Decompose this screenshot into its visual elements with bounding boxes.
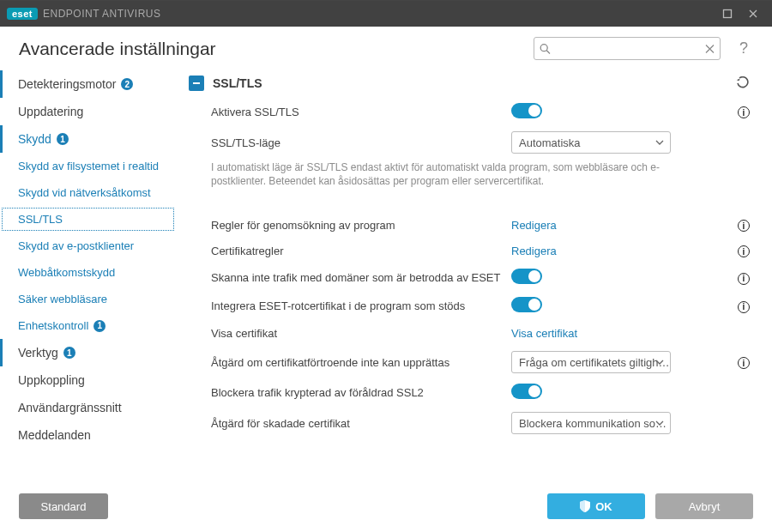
chevron-down-icon — [655, 420, 664, 426]
link-edit-app-rules[interactable]: Redigera — [511, 219, 557, 232]
page-title: Avancerade inställningar — [19, 39, 216, 59]
cancel-button[interactable]: Avbryt — [655, 493, 753, 519]
info-icon[interactable]: i — [738, 220, 750, 232]
ok-button[interactable]: OK — [547, 493, 645, 519]
toggle-integrate-cert[interactable] — [511, 297, 542, 312]
footer: Standard OK Avbryt — [0, 481, 772, 532]
link-edit-cert-rules[interactable]: Redigera — [511, 245, 557, 257]
label-app-rules: Regler för genomsökning av program — [211, 219, 511, 232]
info-icon[interactable]: i — [738, 245, 750, 257]
label-ssl-mode: SSL/TLS-läge — [211, 136, 511, 149]
sidebar-item-label: Skydd av filsystemet i realtid — [18, 160, 159, 172]
sidebar-item-notifications[interactable]: Meddelanden — [0, 421, 176, 449]
select-ssl-mode[interactable]: Automatiska — [511, 131, 671, 154]
label-integrate-cert: Integrera ESET-rotcertifikat i de progra… — [211, 299, 511, 312]
row-app-rules: Regler för genomsökning av program Redig… — [185, 212, 757, 238]
sidebar-item-label: Enhetskontroll — [18, 319, 88, 332]
collapse-icon[interactable] — [189, 76, 204, 91]
sidebar-item-label: Skydd vid nätverksåtkomst — [18, 186, 151, 199]
label-block-ssl2: Blockera trafik krypterad av föråldrad S… — [211, 386, 511, 399]
sidebar-item-browser[interactable]: Säker webbläsare — [0, 286, 176, 312]
row-enable-ssl: Aktivera SSL/TLS i — [185, 98, 757, 126]
sidebar-item-label: Skydd — [18, 132, 51, 146]
toggle-block-ssl2[interactable] — [511, 384, 542, 399]
brand: eset ENDPOINT ANTIVIRUS — [7, 8, 161, 20]
select-value: Automatiska — [519, 136, 581, 149]
label-damaged-action: Åtgärd för skadade certifikat — [211, 417, 511, 430]
sidebar-item-label: Skydd av e-postklienter — [18, 239, 134, 252]
brand-badge: eset — [7, 8, 38, 20]
info-icon[interactable]: i — [738, 357, 750, 369]
chevron-down-icon — [655, 360, 664, 365]
help-icon[interactable]: ? — [734, 39, 753, 57]
info-icon[interactable]: i — [738, 301, 750, 313]
toggle-trusted-scan[interactable] — [511, 269, 542, 284]
content-pane: SSL/TLS Aktivera SSL/TLS i SSL/TLS-läge … — [182, 69, 772, 496]
label-enable-ssl: Aktivera SSL/TLS — [211, 106, 511, 118]
sidebar-item-ui[interactable]: Användargränssnitt — [0, 394, 176, 421]
sidebar-item-label: Meddelanden — [18, 428, 91, 442]
row-view-cert: Visa certifikat Visa certifikat — [185, 320, 757, 346]
standard-button[interactable]: Standard — [19, 493, 108, 519]
sidebar-item-label: Säker webbläsare — [18, 293, 107, 305]
page-header: Avancerade inställningar ? — [0, 27, 772, 69]
sidebar-item-webaccess[interactable]: Webbåtkomstskydd — [0, 259, 176, 286]
sidebar-item-protection[interactable]: Skydd 1 — [0, 125, 176, 153]
brand-product: ENDPOINT ANTIVIRUS — [43, 8, 160, 20]
row-damaged-action: Åtgärd för skadade certifikat Blockera k… — [185, 407, 757, 439]
sidebar-item-detection[interactable]: Detekteringsmotor 2 — [0, 70, 176, 98]
sidebar-item-label: SSL/TLS — [18, 213, 63, 226]
select-value: Blockera kommunikation so… — [519, 417, 666, 430]
window-controls — [721, 7, 765, 21]
sidebar-item-email[interactable]: Skydd av e-postklienter — [0, 233, 176, 259]
close-icon[interactable] — [746, 7, 760, 21]
link-view-cert[interactable]: Visa certifikat — [511, 327, 577, 340]
svg-rect-0 — [724, 10, 732, 18]
row-block-ssl2: Blockera trafik krypterad av föråldrad S… — [185, 378, 757, 407]
row-cert-rules: Certifikatregler Redigera i — [185, 238, 757, 263]
info-icon[interactable]: i — [738, 273, 750, 285]
sidebar-item-update[interactable]: Uppdatering — [0, 98, 176, 125]
select-trust-action[interactable]: Fråga om certifikatets giltigh… — [511, 351, 671, 373]
ok-label: OK — [595, 500, 612, 513]
section-header: SSL/TLS — [185, 69, 757, 98]
row-ssl-mode: SSL/TLS-läge Automatiska — [185, 126, 757, 159]
sidebar-item-device[interactable]: Enhetskontroll 1 — [0, 312, 176, 339]
shield-icon — [580, 500, 590, 512]
row-trusted-scan: Skanna inte trafik med domäner som är be… — [185, 263, 757, 292]
sidebar-item-tools[interactable]: Verktyg 1 — [0, 339, 176, 366]
sidebar-item-ssl-tls[interactable]: SSL/TLS — [0, 206, 176, 233]
search-icon — [540, 43, 551, 54]
sidebar-item-connection[interactable]: Uppkoppling — [0, 366, 176, 394]
sidebar-item-label: Användargränssnitt — [18, 401, 122, 414]
svg-point-1 — [540, 44, 547, 51]
toggle-enable-ssl[interactable] — [511, 103, 542, 118]
label-cert-rules: Certifikatregler — [211, 245, 511, 257]
search-input[interactable] — [534, 37, 721, 60]
badge: 2 — [121, 78, 133, 90]
label-trust-action: Åtgärd om certifikatförtroende inte kan … — [211, 356, 511, 369]
row-integrate-cert: Integrera ESET-rotcertifikat i de progra… — [185, 292, 757, 320]
badge: 1 — [57, 133, 69, 145]
sidebar-item-label: Webbåtkomstskydd — [18, 266, 115, 279]
maximize-icon[interactable] — [721, 7, 734, 21]
sidebar-item-label: Verktyg — [18, 346, 58, 360]
title-bar: eset ENDPOINT ANTIVIRUS — [0, 1, 772, 27]
info-icon[interactable]: i — [738, 106, 750, 118]
undo-icon[interactable] — [736, 76, 750, 90]
sidebar-item-label: Uppdatering — [18, 105, 83, 118]
sidebar-item-label: Detekteringsmotor — [18, 77, 116, 91]
badge: 1 — [63, 347, 75, 359]
sidebar-item-label: Uppkoppling — [18, 373, 85, 387]
select-value: Fråga om certifikatets giltigh… — [519, 356, 670, 369]
sidebar-item-realtime[interactable]: Skydd av filsystemet i realtid — [0, 153, 176, 179]
chevron-down-icon — [655, 140, 664, 145]
label-view-cert: Visa certifikat — [211, 327, 511, 340]
sidebar-item-network[interactable]: Skydd vid nätverksåtkomst — [0, 179, 176, 206]
search-field[interactable] — [534, 37, 721, 60]
sidebar: Detekteringsmotor 2 Uppdatering Skydd 1 … — [0, 69, 182, 496]
select-damaged-action[interactable]: Blockera kommunikation so… — [511, 412, 671, 434]
section-title: SSL/TLS — [213, 76, 262, 90]
row-trust-action: Åtgärd om certifikatförtroende inte kan … — [185, 346, 757, 378]
clear-icon[interactable] — [705, 44, 715, 53]
